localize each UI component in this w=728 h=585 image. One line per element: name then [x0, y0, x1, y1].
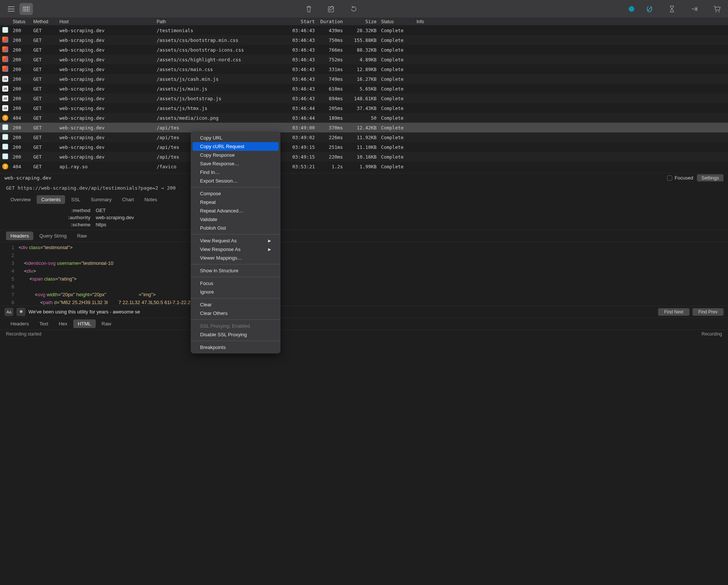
cell-start: 03:46:43 [282, 37, 317, 43]
menu-item[interactable]: Save Response… [193, 159, 279, 168]
col-host[interactable]: Host [57, 19, 154, 24]
cell-size: 28.32KB [345, 28, 379, 33]
tab-notes[interactable]: Notes [140, 195, 162, 204]
cart-icon[interactable] [710, 3, 724, 15]
menu-item[interactable]: Breakpoints [193, 343, 279, 352]
cell-path: /assets/media/icon.png [154, 115, 282, 121]
view-list-button[interactable] [4, 3, 18, 15]
cell-path: /assets/js/htmx.js [154, 105, 282, 111]
cell-host: web-scraping.dev [57, 115, 154, 121]
response-code: 12345678 <div class="testimonial"> <iden… [0, 242, 728, 306]
table-row[interactable]: JS200GETweb-scraping.dev/assets/js/htmx.… [0, 103, 728, 113]
cell-rstatus: Complete [379, 47, 414, 53]
col-duration[interactable]: Duration [317, 19, 345, 24]
table-row[interactable]: 200GETweb-scraping.dev/assets/css/highli… [0, 55, 728, 64]
cell-status: 200 [10, 125, 31, 131]
find-text[interactable]: We've been using this utility for years … [28, 309, 655, 315]
refresh-button[interactable] [347, 3, 360, 15]
cell-path: /assets/css/highlight-nord.css [154, 57, 282, 62]
bottom-tab-headers[interactable]: Headers [6, 319, 33, 328]
menu-item[interactable]: Copy Response [193, 151, 279, 159]
table-row[interactable]: 200GETweb-scraping.dev/api/tes03:49:1522… [0, 152, 728, 162]
cell-host: web-scraping.dev [57, 28, 154, 33]
menu-item[interactable]: Export Session… [193, 177, 279, 185]
bottom-tab-text[interactable]: Text [35, 319, 53, 328]
row-icon [0, 56, 10, 63]
find-case-button[interactable]: Aa [4, 308, 13, 316]
table-row[interactable]: JS200GETweb-scraping.dev/assets/js/cash.… [0, 74, 728, 84]
table-row[interactable]: 200GETweb-scraping.dev/assets/css/bootst… [0, 35, 728, 45]
throttle-button[interactable] [643, 3, 656, 15]
col-method[interactable]: Method [31, 19, 57, 24]
menu-item[interactable]: Clear Others [193, 309, 279, 318]
menu-item[interactable]: Show in Structure [193, 266, 279, 275]
subtab-raw[interactable]: Raw [73, 232, 91, 240]
bottom-tab-html[interactable]: HTML [73, 319, 95, 328]
col-size[interactable]: Size [345, 19, 379, 24]
table-row[interactable]: JS200GETweb-scraping.dev/assets/js/main.… [0, 84, 728, 94]
view-table-button[interactable] [19, 3, 33, 15]
record-indicator-icon[interactable] [629, 7, 634, 11]
bottom-tab-hex[interactable]: Hex [54, 319, 72, 328]
table-row[interactable]: ?404GETweb-scraping.dev/assets/media/ico… [0, 113, 728, 123]
skip-icon[interactable] [688, 3, 701, 15]
timer-icon[interactable] [665, 3, 679, 15]
cell-status: 200 [10, 57, 31, 62]
menu-item[interactable]: Focus [193, 279, 279, 288]
col-path[interactable]: Path [154, 19, 282, 24]
tab-overview[interactable]: Overview [6, 195, 35, 204]
table-row[interactable]: JS200GETweb-scraping.dev/assets/js/boots… [0, 94, 728, 103]
menu-item[interactable]: Clear [193, 300, 279, 309]
menu-item[interactable]: Disable SSL Proxying [193, 330, 279, 339]
header-row: :authorityweb-scraping.dev [0, 214, 728, 221]
table-row[interactable]: 200GETweb-scraping.dev/api/tes03:49:0037… [0, 123, 728, 132]
col-status[interactable]: Status [10, 19, 31, 24]
menu-item[interactable]: Publish Gist [193, 224, 279, 232]
bottom-tab-raw[interactable]: Raw [97, 319, 116, 328]
table-row[interactable]: 200GETweb-scraping.dev/testimonials03:46… [0, 25, 728, 35]
edit-button[interactable] [325, 3, 338, 15]
svg-point-5 [716, 11, 717, 12]
menu-item[interactable]: View Request As▶ [193, 236, 279, 245]
menu-item[interactable]: Compose [193, 189, 279, 198]
table-row[interactable]: 200GETweb-scraping.dev/api/tes03:49:0222… [0, 132, 728, 142]
table-row[interactable]: 200GETweb-scraping.dev/assets/css/main.c… [0, 64, 728, 74]
col-rstatus[interactable]: Status [379, 19, 414, 24]
find-regex-button[interactable]: ✱ [16, 308, 25, 316]
cell-method: GET [31, 76, 57, 82]
menu-item[interactable]: Viewer Mappings… [193, 254, 279, 262]
cell-path: /assets/css/bootstrap.min.css [154, 37, 282, 43]
menu-item[interactable]: Find In… [193, 168, 279, 177]
menu-item[interactable]: Repeat [193, 198, 279, 206]
cell-path: /api/tes [154, 125, 282, 131]
cell-rstatus: Complete [379, 76, 414, 82]
tab-chart[interactable]: Chart [117, 195, 138, 204]
tab-ssl[interactable]: SSL [67, 195, 85, 204]
find-prev-button[interactable]: Find Prev [692, 308, 724, 316]
menu-item[interactable]: Ignore [193, 288, 279, 296]
subtab-query-string[interactable]: Query String [35, 232, 71, 240]
settings-button[interactable]: Settings [697, 174, 724, 181]
menu-item[interactable]: Repeat Advanced… [193, 206, 279, 215]
cell-duration: 1.2s [317, 164, 345, 169]
menu-item[interactable]: Copy URL [193, 134, 279, 142]
cell-method: GET [31, 37, 57, 43]
cell-rstatus: Complete [379, 125, 414, 131]
cell-start: 03:46:44 [282, 115, 317, 121]
table-row[interactable]: ?404GETapi.ray.so/favico03:53:211.2s1.99… [0, 162, 728, 171]
col-start[interactable]: Start [282, 19, 317, 24]
menu-item[interactable]: Validate [193, 215, 279, 224]
tab-summary[interactable]: Summary [86, 195, 116, 204]
menu-item[interactable]: View Response As▶ [193, 245, 279, 254]
table-row[interactable]: 200GETweb-scraping.dev/assets/css/bootst… [0, 45, 728, 55]
table-row[interactable]: 200GETweb-scraping.dev/api/tes03:49:1525… [0, 142, 728, 152]
svg-point-1 [8, 8, 9, 9]
tab-contents[interactable]: Contents [37, 195, 65, 204]
cell-method: GET [31, 135, 57, 140]
delete-button[interactable] [302, 3, 316, 15]
menu-item[interactable]: Copy cURL Request [193, 142, 279, 151]
subtab-headers[interactable]: Headers [6, 232, 33, 240]
col-info[interactable]: Info [414, 19, 444, 24]
focused-checkbox[interactable] [667, 175, 672, 181]
find-next-button[interactable]: Find Next [658, 308, 689, 316]
